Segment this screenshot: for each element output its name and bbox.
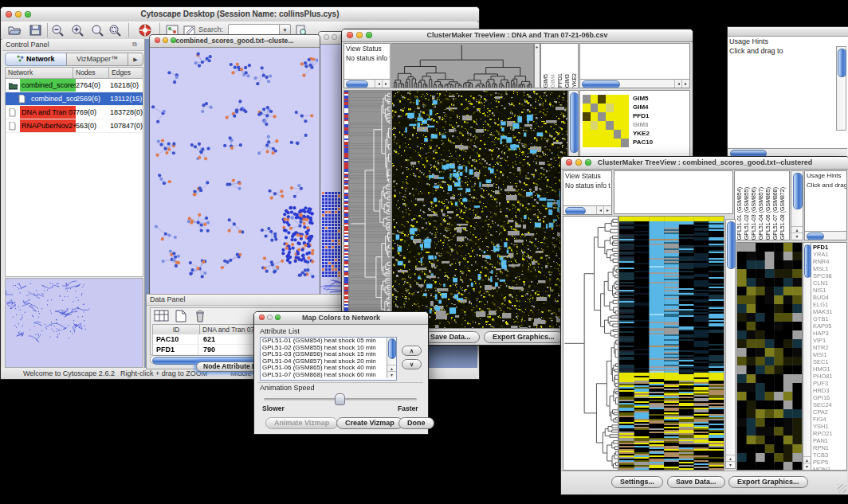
matrix-cell[interactable]	[621, 112, 629, 121]
attribute-listbox[interactable]: GPL51-01 (GSM854) heat shock 05 minGPL51…	[260, 337, 397, 381]
gene-label[interactable]: FIG4	[813, 416, 846, 423]
matrix-cell[interactable]	[606, 95, 614, 104]
matrix-cell[interactable]	[598, 121, 606, 130]
birdseye-view[interactable]	[5, 278, 143, 368]
matrix-cell[interactable]	[591, 130, 599, 139]
gene-label[interactable]: BUD4	[813, 294, 846, 301]
matrix-column-label[interactable]: GIM5	[543, 74, 549, 88]
gene-label[interactable]: PUF3	[813, 380, 846, 387]
minimize-icon[interactable]	[332, 34, 337, 40]
gene-label[interactable]: CLN1	[813, 279, 846, 287]
matrix-row-label[interactable]: GIM5	[633, 94, 653, 103]
speed-slider-thumb[interactable]	[335, 393, 345, 405]
gene-label[interactable]: GTB1	[813, 315, 846, 322]
minimize-icon[interactable]	[15, 11, 22, 18]
attribute-list-scrollbar[interactable]: ▴ ▾	[387, 338, 396, 378]
settings-button[interactable]: Settings...	[611, 476, 663, 488]
similarity-matrix[interactable]	[583, 95, 629, 147]
zoom-window-icon[interactable]	[366, 32, 372, 38]
treeview2-titlebar[interactable]: ClusterMaker TreeView : combined_scores_…	[561, 157, 848, 170]
gene-label[interactable]: HRD3	[813, 387, 846, 394]
tab-vizmapper[interactable]: VizMapper™	[66, 53, 128, 66]
map-dialog-titlebar[interactable]: Map Colors to Network	[254, 312, 428, 325]
scroll-down-icon[interactable]: ▾	[726, 461, 735, 468]
matrix-cell[interactable]	[591, 121, 599, 130]
matrix-cell[interactable]	[614, 121, 622, 130]
zoom-out-icon[interactable]	[50, 24, 65, 37]
close-icon[interactable]	[347, 32, 353, 38]
tab-network[interactable]: Network	[5, 53, 67, 66]
gene-label[interactable]: VIP1	[813, 337, 846, 344]
gene-label[interactable]: RPN1	[813, 444, 846, 451]
close-icon[interactable]	[566, 159, 572, 166]
matrix-cell[interactable]	[606, 121, 614, 130]
main-window-controls[interactable]	[6, 11, 31, 18]
animate-vizmap-button[interactable]: Animate Vizmap	[265, 417, 338, 429]
matrix-row-label[interactable]: PAC10	[633, 138, 653, 147]
attribute-table-icon[interactable]	[154, 310, 170, 322]
zoom-fit-icon[interactable]	[90, 24, 104, 37]
move-up-button[interactable]: ∧	[402, 346, 422, 356]
matrix-cell[interactable]	[614, 104, 622, 112]
matrix-cell[interactable]	[583, 95, 591, 104]
zoom-window-icon[interactable]	[275, 315, 281, 320]
gene-label[interactable]: KAP95	[813, 322, 846, 330]
gene-label[interactable]: SPC98	[813, 272, 846, 279]
matrix-cell[interactable]	[621, 139, 629, 147]
treeview2-zoom-heatmap-panel[interactable]	[736, 242, 803, 471]
column-header-edges[interactable]: Edges	[109, 68, 143, 78]
new-attribute-icon[interactable]	[173, 310, 189, 322]
column-header-network[interactable]: Network	[6, 68, 73, 78]
matrix-cell[interactable]	[591, 104, 599, 112]
matrix-cell[interactable]	[591, 95, 599, 104]
zoom-selected-icon[interactable]	[108, 24, 122, 37]
scroll-right-icon[interactable]: ▸	[603, 206, 611, 214]
gene-label[interactable]: SEC1	[813, 358, 846, 365]
treeview1-column-dendrogram[interactable]	[391, 43, 534, 88]
matrix-cell[interactable]	[606, 112, 614, 121]
gene-label[interactable]: GPI16	[813, 394, 846, 401]
minimize-icon[interactable]	[163, 37, 168, 43]
treeview2-row-dendrogram[interactable]	[563, 216, 618, 471]
gene-label[interactable]: HAP3	[813, 330, 846, 337]
matrix-cell[interactable]	[614, 112, 622, 121]
gene-label[interactable]: PEP5	[813, 459, 846, 466]
gene-label[interactable]: YSH1	[813, 423, 846, 430]
done-button[interactable]: Done	[398, 417, 434, 429]
main-titlebar[interactable]: Cytoscape Desktop (Session Name: collins…	[1, 7, 479, 22]
matrix-cell[interactable]	[583, 104, 591, 112]
matrix-cell[interactable]	[583, 139, 591, 147]
matrix-cell[interactable]	[583, 130, 591, 139]
network-list-row[interactable]: RNAPuberNov2+563(0)107847(0)	[6, 119, 143, 133]
treeview2-vertical-scrollbar[interactable]: ▴ ▾	[725, 219, 736, 469]
treeview1-splitter-strip[interactable]: ▸	[534, 43, 540, 88]
view-status-scrollbar[interactable]: ◂ ▸	[563, 205, 611, 214]
matrix-column-label[interactable]: PFD1	[557, 73, 563, 88]
close-icon[interactable]	[259, 315, 265, 320]
create-vizmap-button[interactable]: Create Vizmap	[336, 417, 403, 429]
usage-hints-scrollbar[interactable]: ◂ ▸	[580, 79, 689, 88]
matrix-cell[interactable]	[598, 112, 606, 121]
resize-grip[interactable]	[838, 484, 846, 493]
matrix-cell[interactable]	[583, 121, 591, 130]
matrix-cell[interactable]	[621, 104, 629, 112]
zoom-window-icon[interactable]	[25, 11, 31, 18]
treeview1-row-dendrogram[interactable]	[349, 90, 391, 329]
export-graphics-button[interactable]: Export Graphics...	[484, 331, 563, 343]
scroll-down-icon[interactable]: ▾	[803, 463, 811, 470]
scroll-down-icon[interactable]: ▾	[387, 371, 396, 378]
heatmap-column-label[interactable]: GPL51-02 (GSM855)	[744, 187, 751, 240]
matrix-row-label[interactable]: YKE2	[633, 129, 653, 138]
heatmap-column-label[interactable]: GPL51-01 (GSM854)	[736, 187, 744, 240]
network-window-1-titlebar[interactable]: combined_scores_good.txt--cluste...	[150, 35, 320, 48]
matrix-cell[interactable]	[614, 130, 622, 139]
gene-label[interactable]: NTR2	[813, 344, 846, 351]
close-icon[interactable]	[155, 37, 160, 43]
treeview1-row-marker-strip[interactable]	[344, 90, 349, 329]
matrix-cell[interactable]	[598, 95, 606, 104]
gene-label[interactable]: MAK31	[813, 308, 846, 315]
minimize-icon[interactable]	[575, 159, 582, 166]
save-icon[interactable]	[29, 24, 43, 37]
move-down-button[interactable]: ∨	[402, 359, 422, 369]
column-header-nodes[interactable]: Nodes	[73, 68, 109, 78]
